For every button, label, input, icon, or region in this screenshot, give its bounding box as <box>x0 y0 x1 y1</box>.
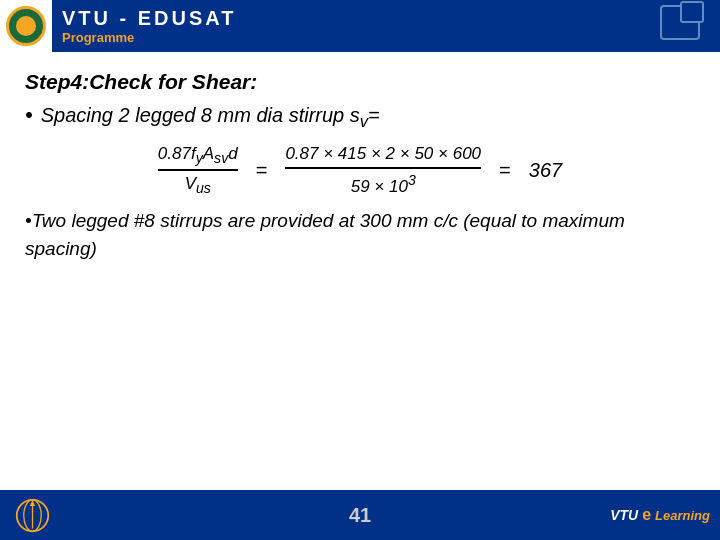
bullet-1-text: Spacing 2 legged 8 mm dia stirrup sv= <box>41 104 380 132</box>
step-title: Step4:Check for Shear: <box>25 70 695 94</box>
isro-icon <box>15 498 50 533</box>
bullet-dot-2: • <box>25 210 32 231</box>
header-bar: VTU - EDUSAT Programme <box>0 0 720 52</box>
header-programme-label: Programme <box>62 30 237 45</box>
fraction-rhs-numerator: 0.87 × 415 × 2 × 50 × 600 <box>285 144 481 169</box>
fraction-denominator: Vus <box>185 171 211 196</box>
footer-vtu-learning: VTU e Learning <box>610 506 710 524</box>
fraction-rhs-denominator: 59 × 103 <box>351 169 416 197</box>
equals-sign-1: = <box>248 159 276 182</box>
equals-sign-2: = <box>491 159 519 182</box>
fraction-rhs: 0.87 × 415 × 2 × 50 × 600 59 × 103 <box>285 144 481 197</box>
header-right-shape <box>660 5 700 40</box>
footer-learning-label: Learning <box>655 508 710 523</box>
bullet-dot-1: • <box>25 104 33 126</box>
header-logo <box>0 0 52 52</box>
footer-bar: 41 VTU e Learning <box>0 490 720 540</box>
header-vtu-title: VTU - EDUSAT <box>62 7 237 30</box>
footer-isro-logo-area <box>15 498 50 533</box>
header-title-area: VTU - EDUSAT Programme <box>52 7 237 45</box>
footer-e-icon: e <box>642 506 651 524</box>
fraction-numerator: 0.87fyAsvd <box>158 144 238 171</box>
vtu-logo-circle <box>6 6 46 46</box>
vtu-logo-inner <box>16 16 36 36</box>
formula-block: 0.87fyAsvd Vus = 0.87 × 415 × 2 × 50 × 6… <box>25 144 695 197</box>
page-number: 41 <box>349 504 371 526</box>
header-right-decoration <box>660 5 710 45</box>
bullet-1: • Spacing 2 legged 8 mm dia stirrup sv= <box>25 104 695 132</box>
bullet-2: •Two legged #8 stirrups are provided at … <box>25 207 695 264</box>
footer-page-number-area: 41 <box>349 504 371 527</box>
fraction-lhs: 0.87fyAsvd Vus <box>158 144 238 197</box>
main-content: Step4:Check for Shear: • Spacing 2 legge… <box>0 52 720 490</box>
formula-result: 367 <box>529 159 562 182</box>
footer-vtu-label: VTU <box>610 507 638 523</box>
